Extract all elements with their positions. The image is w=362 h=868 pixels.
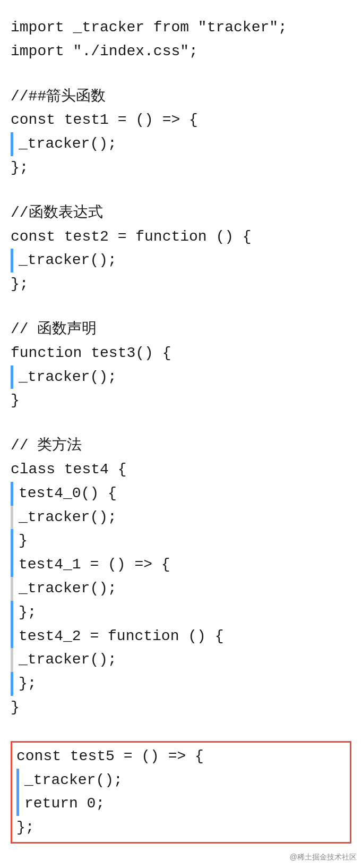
inner-bar-indicator (11, 577, 13, 601)
bar-indicator (11, 601, 13, 625)
class-method1-line1: test4_1 = () => { (11, 553, 351, 577)
import-line-1: import _tracker from "tracker"; (11, 16, 351, 40)
bar-indicator (16, 769, 19, 793)
func-expr-close: }; (11, 273, 351, 296)
bar-indicator (11, 625, 13, 649)
class-line1: class test4 { (11, 458, 351, 482)
func-expr-comment: //函数表达式 (11, 201, 351, 225)
arrow-func-comment: //##箭头函数 (11, 85, 351, 109)
func-decl-body-content: _tracker(); (19, 365, 351, 389)
class-method2-close-content: }; (19, 672, 351, 696)
class-method2-close: }; (11, 672, 351, 696)
class-method0-body-content: _tracker(); (19, 506, 351, 530)
class-method1-close-content: }; (19, 601, 351, 625)
func-expr-section: //函数表达式 const test2 = function () { _tra… (11, 201, 351, 296)
bar-indicator (11, 249, 13, 273)
imports-section: import _tracker from "tracker"; import "… (11, 16, 351, 64)
code-container: import _tracker from "tracker"; import "… (11, 16, 351, 844)
highlighted-section: const test5 = () => { _tracker(); return… (11, 741, 351, 844)
class-method0-close-content: } (19, 529, 351, 553)
func-decl-comment: // 函数声明 (11, 318, 351, 342)
bar-indicator (11, 672, 13, 696)
inner-bar-indicator (11, 648, 13, 672)
class-method2-body-content: _tracker(); (19, 648, 351, 672)
class-method0-decl: test4_0() { (19, 482, 351, 506)
test5-close: }; (16, 816, 346, 840)
class-method1-body-content: _tracker(); (19, 577, 351, 601)
class-comment: // 类方法 (11, 434, 351, 458)
func-decl-line1: function test3() { (11, 342, 351, 365)
bar-indicator (11, 132, 13, 156)
bar-indicator (16, 792, 19, 816)
arrow-func-close: }; (11, 156, 351, 180)
bar-indicator (11, 529, 13, 553)
class-section: // 类方法 class test4 { test4_0() { _tracke… (11, 434, 351, 720)
test5-return: return 0; (24, 792, 346, 816)
class-method0-close: } (11, 529, 351, 553)
arrow-func-section: //##箭头函数 const test1 = () => { _tracker(… (11, 85, 351, 180)
arrow-func-line1: const test1 = () => { (11, 108, 351, 132)
class-method0-line1: test4_0() { (11, 482, 351, 506)
watermark: @稀土掘金技术社区 (290, 851, 357, 863)
class-method0-body: _tracker(); (11, 506, 351, 530)
test5-body-line1: _tracker(); (16, 769, 346, 793)
bar-indicator (11, 553, 13, 577)
class-method1-body: _tracker(); (11, 577, 351, 601)
arrow-func-body-content: _tracker(); (19, 132, 351, 156)
func-decl-close: } (11, 389, 351, 413)
test5-tracker: _tracker(); (24, 769, 346, 793)
class-method1-decl: test4_1 = () => { (19, 553, 351, 577)
func-expr-line1: const test2 = function () { (11, 225, 351, 249)
class-method2-body: _tracker(); (11, 648, 351, 672)
func-expr-body-content: _tracker(); (19, 249, 351, 273)
func-expr-body: _tracker(); (11, 249, 351, 273)
func-decl-body: _tracker(); (11, 365, 351, 389)
func-decl-section: // 函数声明 function test3() { _tracker(); } (11, 318, 351, 413)
bar-indicator (11, 365, 13, 389)
class-method2-line1: test4_2 = function () { (11, 625, 351, 649)
arrow-func-body: _tracker(); (11, 132, 351, 156)
test5-line1: const test5 = () => { (16, 745, 346, 769)
class-method1-close: }; (11, 601, 351, 625)
inner-bar-indicator (11, 506, 13, 530)
bar-indicator (11, 482, 13, 506)
test5-body-line2: return 0; (16, 792, 346, 816)
class-method2-decl: test4_2 = function () { (19, 625, 351, 649)
import-line-2: import "./index.css"; (11, 40, 351, 64)
class-close: } (11, 696, 351, 720)
